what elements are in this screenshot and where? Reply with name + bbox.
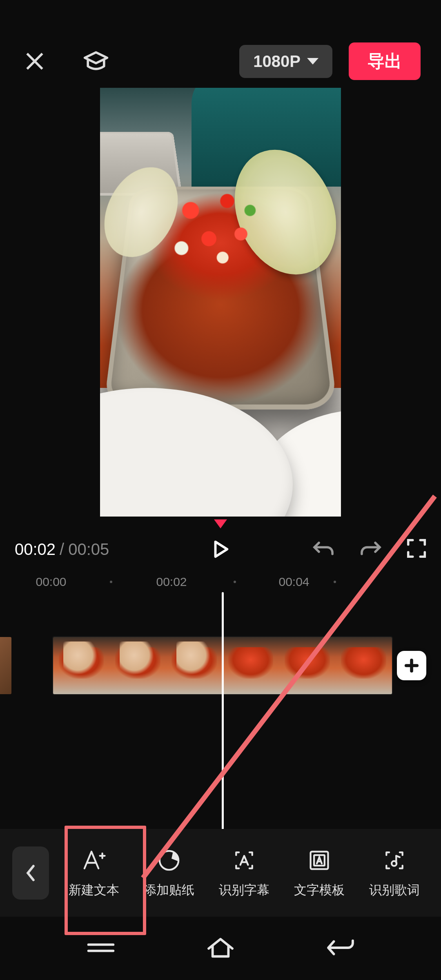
current-time: 00:02	[15, 540, 56, 559]
home-icon	[205, 936, 236, 960]
clip-leading-edge[interactable]	[0, 637, 11, 694]
close-icon	[23, 50, 46, 73]
text-template-icon	[307, 848, 332, 873]
chevron-down-icon	[307, 58, 318, 65]
toolbar-back-button[interactable]	[12, 846, 49, 900]
tool-label: 添加贴纸	[144, 882, 194, 899]
graduation-cap-icon	[82, 48, 109, 75]
ruler-tick: 00:04	[278, 575, 309, 589]
text-toolbar: 新建文本 添加贴纸 识别字幕 文字模板 识别歌词	[0, 829, 441, 917]
clip-thumbnail	[166, 637, 223, 694]
tool-text-templates[interactable]: 文字模板	[282, 836, 357, 910]
top-bar: 1080P 导出	[0, 41, 441, 82]
lyrics-icon	[382, 848, 407, 873]
timeline[interactable]	[0, 637, 441, 694]
time-display: 00:02 / 00:05	[15, 540, 109, 559]
timeline-ruler[interactable]: 00:00 00:02 00:04	[0, 572, 441, 592]
recents-icon	[85, 940, 117, 956]
android-nav-bar	[0, 917, 441, 980]
ruler-dot	[110, 581, 112, 583]
tool-auto-captions[interactable]: 识别字幕	[207, 836, 282, 910]
chevron-left-icon	[24, 862, 38, 884]
tool-label: 识别字幕	[219, 882, 270, 899]
captions-auto-icon	[232, 848, 256, 873]
close-button[interactable]	[20, 47, 49, 76]
resolution-label: 1080P	[253, 52, 301, 71]
ruler-dot	[234, 581, 236, 583]
undo-button[interactable]	[312, 539, 335, 559]
tool-add-sticker[interactable]: 添加贴纸	[131, 836, 207, 910]
fullscreen-button[interactable]	[407, 539, 426, 560]
time-separator: /	[60, 540, 64, 559]
clip-thumbnail	[223, 637, 279, 694]
svg-point-0	[160, 851, 178, 869]
playback-controls: 00:02 / 00:05	[0, 531, 441, 568]
export-label: 导出	[368, 51, 402, 71]
ruler-dot	[334, 581, 336, 583]
playhead-marker-icon	[214, 519, 227, 528]
sticker-icon	[157, 848, 181, 873]
nav-recents-button[interactable]	[85, 940, 117, 957]
redo-button[interactable]	[359, 539, 382, 559]
redo-icon	[359, 539, 382, 558]
clip-thumbnail	[279, 637, 335, 694]
playback-right-controls	[312, 539, 426, 560]
clip-thumbnail	[336, 637, 392, 694]
tool-recognize-lyrics[interactable]: 识别歌词	[357, 836, 432, 910]
tutorial-button[interactable]	[82, 47, 110, 76]
export-button[interactable]: 导出	[349, 42, 421, 80]
tool-label: 新建文本	[69, 882, 119, 899]
plus-icon	[404, 658, 419, 673]
tool-new-text[interactable]: 新建文本	[56, 836, 131, 910]
tool-label: 识别歌词	[369, 882, 420, 899]
ruler-tick: 00:02	[156, 575, 187, 589]
fullscreen-icon	[407, 539, 426, 558]
add-clip-button[interactable]	[397, 651, 426, 680]
nav-home-button[interactable]	[205, 936, 236, 961]
tool-label: 文字模板	[294, 882, 345, 899]
clip-thumbnail	[53, 637, 109, 694]
play-button[interactable]	[208, 537, 233, 561]
video-preview	[100, 88, 341, 517]
clip-thumbnail	[109, 637, 166, 694]
play-icon	[211, 539, 230, 559]
svg-point-3	[392, 861, 396, 866]
top-bar-left	[20, 47, 110, 76]
text-plus-icon	[82, 848, 106, 873]
ruler-tick: 00:00	[36, 575, 66, 589]
playhead-line[interactable]	[222, 592, 224, 849]
resolution-dropdown[interactable]: 1080P	[239, 45, 332, 78]
back-icon	[324, 936, 356, 960]
top-bar-right: 1080P 导出	[239, 42, 421, 80]
toolbar-items[interactable]: 新建文本 添加贴纸 识别字幕 文字模板 识别歌词	[56, 836, 441, 910]
total-duration: 00:05	[68, 540, 109, 559]
undo-icon	[312, 539, 335, 558]
preview-area[interactable]	[0, 88, 441, 508]
nav-back-button[interactable]	[324, 936, 356, 961]
